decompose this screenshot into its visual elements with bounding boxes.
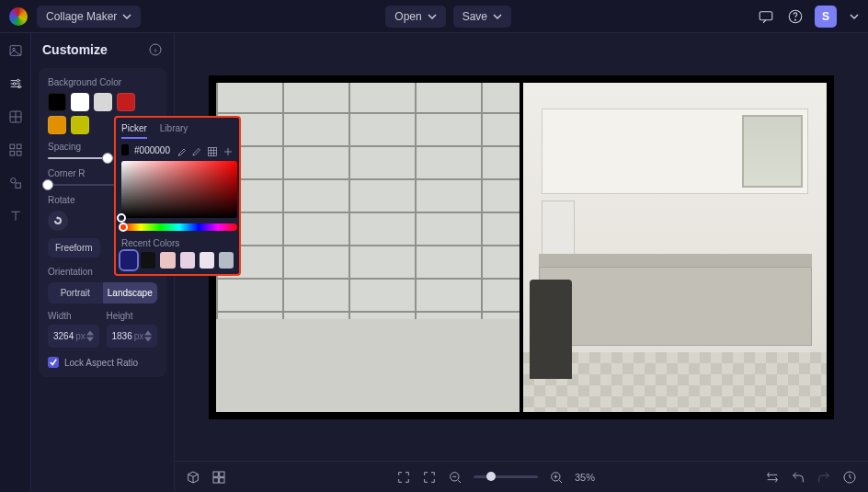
plus-icon[interactable] — [223, 144, 234, 155]
customize-panel: Customize Background Color Spacing Corne… — [31, 33, 175, 492]
svg-rect-12 — [17, 151, 21, 155]
svg-point-13 — [10, 178, 15, 183]
rail-image-icon[interactable] — [7, 42, 24, 59]
bg-swatch-1[interactable] — [71, 93, 89, 111]
info-icon[interactable] — [148, 42, 163, 57]
bg-color-label: Background Color — [48, 77, 157, 87]
account-chevron-down-icon[interactable] — [850, 12, 859, 21]
current-color-swatch — [121, 144, 129, 155]
svg-rect-14 — [16, 183, 20, 188]
width-label: Width — [48, 311, 99, 321]
collage-right-image[interactable] — [523, 83, 827, 412]
height-steppers[interactable] — [144, 330, 152, 342]
canvas-area: 35% — [175, 33, 868, 492]
recent-color-0[interactable] — [121, 252, 136, 269]
saturation-value-field[interactable] — [121, 161, 237, 218]
recent-colors-row — [121, 252, 234, 269]
svg-rect-10 — [17, 144, 21, 149]
bottom-toolbar: 35% — [175, 461, 868, 492]
pencil-icon[interactable] — [191, 144, 202, 155]
height-input[interactable]: 1836px — [107, 325, 158, 348]
zoom-level-label: 35% — [575, 472, 595, 483]
svg-rect-16 — [209, 148, 217, 156]
lock-aspect-label: Lock Aspect Ratio — [64, 358, 138, 368]
picker-tab-library[interactable]: Library — [160, 123, 188, 139]
chat-icon[interactable] — [756, 6, 776, 27]
svg-point-6 — [13, 83, 16, 86]
undo-icon[interactable] — [791, 470, 805, 485]
zoom-out-icon[interactable] — [448, 470, 463, 485]
zoom-slider[interactable] — [474, 475, 538, 478]
open-button[interactable]: Open — [385, 6, 445, 28]
recent-color-4[interactable] — [200, 252, 214, 269]
recent-color-2[interactable] — [160, 252, 175, 269]
app-title-label: Collage Maker — [46, 10, 117, 23]
width-steppers[interactable] — [86, 330, 94, 342]
lock-aspect-checkbox[interactable] — [48, 357, 59, 368]
recent-color-3[interactable] — [180, 252, 195, 269]
help-icon[interactable] — [785, 6, 805, 27]
hue-handle[interactable] — [119, 223, 128, 232]
bg-swatch-0[interactable] — [48, 93, 66, 111]
width-input[interactable]: 3264px — [48, 325, 99, 348]
rail-text-icon[interactable] — [7, 208, 24, 224]
collage[interactable] — [209, 75, 834, 419]
svg-rect-11 — [10, 151, 15, 155]
panel-title: Customize — [42, 42, 108, 57]
svg-rect-9 — [10, 144, 15, 149]
color-picker-popover: Picker Library #000000 Recent Colors — [114, 116, 241, 276]
app-logo — [9, 7, 28, 26]
svg-rect-20 — [220, 477, 224, 482]
freeform-button[interactable]: Freeform — [48, 238, 100, 257]
history-icon[interactable] — [842, 470, 857, 485]
rail-adjust-icon[interactable] — [7, 75, 24, 92]
recent-color-5[interactable] — [219, 252, 234, 269]
orientation-segment: Portrait Landscape — [48, 282, 157, 303]
top-bar: Collage Maker Open Save S — [0, 0, 868, 33]
bg-swatch-2[interactable] — [94, 93, 112, 111]
cube-icon[interactable] — [186, 470, 200, 485]
recent-color-1[interactable] — [141, 252, 155, 269]
height-label: Height — [107, 311, 158, 321]
zoom-in-icon[interactable] — [549, 470, 564, 485]
sv-handle[interactable] — [117, 213, 126, 223]
save-label: Save — [463, 10, 487, 23]
hex-value[interactable]: #000000 — [134, 145, 170, 155]
picker-tab-picker[interactable]: Picker — [121, 123, 147, 139]
svg-point-2 — [795, 19, 796, 20]
fit-icon[interactable] — [422, 470, 437, 485]
svg-point-5 — [17, 79, 19, 82]
rail-shapes-icon[interactable] — [7, 175, 24, 191]
left-rail — [0, 33, 31, 492]
tiles-icon[interactable] — [211, 470, 226, 485]
open-label: Open — [394, 10, 421, 23]
app-title-dropdown[interactable]: Collage Maker — [37, 6, 141, 28]
orientation-portrait[interactable]: Portrait — [48, 282, 103, 303]
bg-swatch-3[interactable] — [117, 93, 135, 111]
canvas-viewport[interactable] — [175, 33, 868, 461]
orientation-landscape[interactable]: Landscape — [103, 282, 158, 303]
grid-icon[interactable] — [207, 144, 218, 155]
svg-rect-19 — [213, 477, 218, 482]
collage-left-image[interactable] — [216, 83, 520, 412]
redo-icon[interactable] — [817, 470, 831, 485]
bg-swatch-4[interactable] — [48, 116, 66, 134]
bg-swatch-5[interactable] — [71, 116, 89, 134]
fullscreen-icon[interactable] — [396, 470, 411, 485]
rail-layout-icon[interactable] — [7, 109, 24, 125]
eyedropper-icon[interactable] — [176, 144, 187, 155]
recent-colors-label: Recent Colors — [121, 238, 234, 248]
rotate-button[interactable] — [48, 211, 68, 231]
hue-slider[interactable] — [121, 223, 237, 231]
svg-rect-18 — [220, 472, 224, 476]
avatar[interactable]: S — [815, 6, 837, 28]
save-button[interactable]: Save — [453, 6, 511, 28]
compare-icon[interactable] — [765, 470, 780, 485]
rail-grid-icon[interactable] — [7, 142, 24, 158]
svg-rect-17 — [213, 472, 218, 476]
svg-rect-0 — [760, 11, 772, 19]
